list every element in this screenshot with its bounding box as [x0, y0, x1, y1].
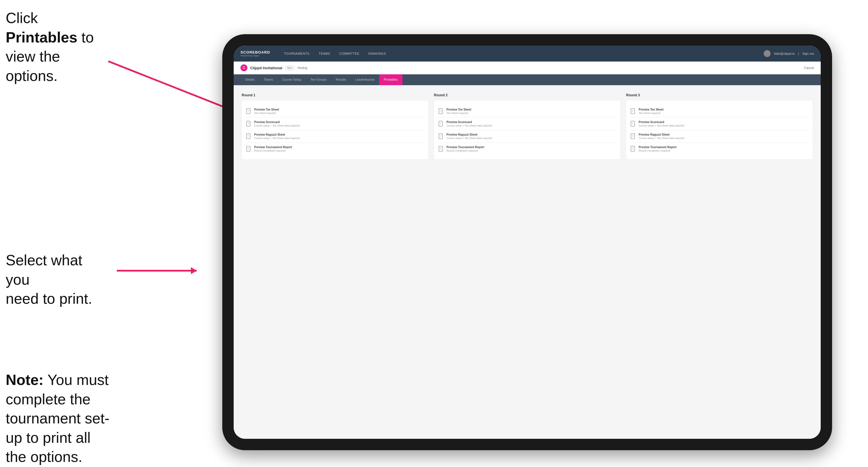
document-icon	[631, 108, 636, 114]
round2-raguzzi[interactable]: Preview Raguzzi Sheet Course setup + Tee…	[439, 130, 616, 143]
separator: |	[798, 52, 799, 55]
round-3-title: Round 3	[626, 93, 813, 97]
svg-rect-36	[631, 108, 634, 114]
round3-raguzzi-title: Preview Raguzzi Sheet	[639, 133, 808, 136]
tournament-header: C Clippd Invitational Men Hosting Cancel	[234, 62, 821, 74]
round1-scorecard-text: Preview Scorecard Course setup + Tee She…	[254, 121, 424, 127]
round3-tee-sheet-sub: Tee Sheet required	[639, 112, 808, 115]
document-icon	[246, 146, 251, 152]
printables-bold: Printables	[6, 29, 77, 45]
round2-tee-sheet-sub: Tee Sheet required	[446, 112, 616, 115]
round1-report-title: Preview Tournament Report	[254, 146, 424, 149]
round3-tee-sheet[interactable]: Preview Tee Sheet Tee Sheet required	[631, 105, 808, 118]
instruction-middle: Select what you need to print.	[6, 251, 102, 309]
round3-report-sub: Round Completion required	[639, 149, 808, 152]
hosting-badge: Hosting	[298, 66, 307, 69]
logo-title: SCOREBOARD	[241, 50, 270, 55]
document-icon	[246, 121, 251, 126]
svg-rect-24	[439, 121, 442, 126]
main-content: Round 1 Preview Tee Sheet Tee S	[234, 85, 821, 439]
round3-scorecard-title: Preview Scorecard	[639, 121, 808, 124]
tab-printables[interactable]: Printables	[379, 74, 402, 85]
document-icon	[439, 146, 444, 152]
round1-raguzzi[interactable]: Preview Raguzzi Sheet Course setup + Tee…	[246, 130, 424, 143]
scoreboard-logo: SCOREBOARD Powered by clippd	[241, 50, 270, 57]
round3-report-text: Preview Tournament Report Round Completi…	[639, 146, 808, 152]
arrow-raguzzi	[108, 256, 205, 285]
tournament-name: C Clippd Invitational Men Hosting	[241, 64, 307, 71]
round1-scorecard-sub: Course setup + Tee Sheet data required	[254, 124, 424, 127]
document-icon	[631, 146, 636, 152]
round2-report-title: Preview Tournament Report	[446, 146, 616, 149]
nav-tournaments[interactable]: TOURNAMENTS	[279, 45, 314, 62]
round2-tee-sheet-text: Preview Tee Sheet Tee Sheet required	[446, 108, 616, 115]
tab-course-setup[interactable]: Course Setup	[278, 74, 306, 85]
round1-report-text: Preview Tournament Report Round Completi…	[254, 146, 424, 152]
nav-rankings[interactable]: RANKINGS	[364, 45, 391, 62]
round1-scorecard-title: Preview Scorecard	[254, 121, 424, 124]
round1-raguzzi-sub: Course setup + Tee Sheet data required	[254, 137, 424, 139]
round1-tee-sheet[interactable]: Preview Tee Sheet Tee Sheet required	[246, 105, 424, 118]
round2-raguzzi-title: Preview Raguzzi Sheet	[446, 133, 616, 136]
round1-raguzzi-title: Preview Raguzzi Sheet	[254, 133, 424, 136]
round2-raguzzi-text: Preview Raguzzi Sheet Course setup + Tee…	[446, 133, 616, 139]
svg-marker-3	[191, 267, 197, 274]
svg-rect-4	[247, 108, 250, 114]
cancel-button[interactable]: Cancel	[804, 66, 814, 69]
sub-nav: Details Teams Course Setup Tee Groups Re…	[234, 74, 821, 85]
nav-committee[interactable]: COMMITTEE	[335, 45, 364, 62]
round2-tee-sheet[interactable]: Preview Tee Sheet Tee Sheet required	[439, 105, 616, 118]
tab-details[interactable]: Details	[241, 74, 259, 85]
tab-tee-groups[interactable]: Tee Groups	[306, 74, 331, 85]
round1-tee-sheet-title: Preview Tee Sheet	[254, 108, 424, 111]
round1-tournament-report[interactable]: Preview Tournament Report Round Completi…	[246, 143, 424, 155]
user-avatar	[764, 50, 771, 57]
svg-rect-20	[439, 108, 442, 114]
round1-scorecard[interactable]: Preview Scorecard Course setup + Tee She…	[246, 118, 424, 130]
tournament-title: Clippd Invitational	[250, 66, 282, 70]
round3-tee-sheet-title: Preview Tee Sheet	[639, 108, 808, 111]
round3-raguzzi-text: Preview Raguzzi Sheet Course setup + Tee…	[639, 133, 808, 139]
round3-scorecard[interactable]: Preview Scorecard Course setup + Tee She…	[631, 118, 808, 130]
rounds-grid: Round 1 Preview Tee Sheet Tee S	[242, 93, 813, 160]
round1-tee-sheet-sub: Tee Sheet required	[254, 112, 424, 115]
sign-out-link[interactable]: Sign out	[802, 52, 814, 55]
arrow-printables	[100, 53, 242, 118]
svg-rect-32	[439, 146, 442, 151]
document-icon	[631, 133, 636, 139]
note-bold: Note:	[6, 372, 43, 388]
document-icon	[439, 133, 444, 139]
nav-links: TOURNAMENTS TEAMS COMMITTEE RANKINGS	[279, 45, 764, 62]
document-icon	[631, 121, 636, 126]
round3-raguzzi[interactable]: Preview Raguzzi Sheet Course setup + Tee…	[631, 130, 808, 143]
round-2-title: Round 2	[434, 93, 621, 97]
round1-report-sub: Round Completion required	[254, 149, 424, 152]
round-2-section: Round 2 Preview Tee Sheet Tee S	[434, 93, 621, 160]
svg-rect-44	[631, 134, 634, 139]
user-email: blair@clippd.io	[774, 52, 795, 55]
top-nav: SCOREBOARD Powered by clippd TOURNAMENTS…	[234, 45, 821, 62]
tab-teams[interactable]: Teams	[259, 74, 278, 85]
nav-teams[interactable]: TEAMS	[314, 45, 335, 62]
round2-tee-sheet-title: Preview Tee Sheet	[446, 108, 616, 111]
document-icon	[246, 133, 251, 139]
tournament-badge: Men	[285, 66, 294, 70]
instruction-top: Click Printables toview the options.	[6, 8, 97, 86]
tournament-logo: C	[241, 64, 247, 71]
round2-tournament-report[interactable]: Preview Tournament Report Round Completi…	[439, 143, 616, 155]
round-2-card: Preview Tee Sheet Tee Sheet required	[434, 101, 621, 160]
svg-rect-48	[631, 146, 634, 151]
tab-results[interactable]: Results	[331, 74, 351, 85]
round-3-section: Round 3 Preview Tee Sheet Tee S	[626, 93, 813, 160]
round1-raguzzi-text: Preview Raguzzi Sheet Course setup + Tee…	[254, 133, 424, 139]
round3-tournament-report[interactable]: Preview Tournament Report Round Completi…	[631, 143, 808, 155]
tab-leaderboards[interactable]: Leaderboards	[351, 74, 379, 85]
instruction-bottom: Note: You must complete the tournament s…	[6, 370, 114, 467]
svg-rect-16	[247, 146, 250, 151]
round2-scorecard[interactable]: Preview Scorecard Course setup + Tee She…	[439, 118, 616, 130]
document-icon	[246, 108, 251, 114]
round-3-card: Preview Tee Sheet Tee Sheet required	[626, 101, 813, 160]
svg-rect-40	[631, 121, 634, 126]
round2-raguzzi-sub: Course setup + Tee Sheet data required	[446, 137, 616, 139]
round3-raguzzi-sub: Course setup + Tee Sheet data required	[639, 137, 808, 139]
